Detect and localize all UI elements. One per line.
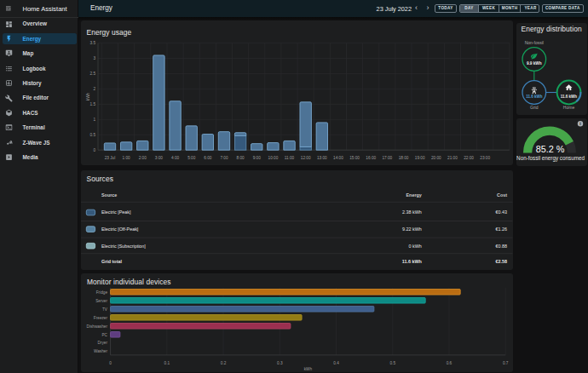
svg-text:3.5: 3.5: [89, 41, 95, 45]
svg-text:19:00: 19:00: [415, 156, 425, 160]
svg-text:€0.88: €0.88: [496, 243, 508, 248]
svg-text:6:00: 6:00: [204, 156, 212, 160]
svg-text:Electric [Off-Peak]: Electric [Off-Peak]: [101, 227, 139, 232]
svg-text:9:00: 9:00: [253, 156, 262, 160]
svg-text:Non-fossil energy consumed: Non-fossil energy consumed: [516, 155, 585, 162]
svg-text:0.2: 0.2: [221, 361, 227, 365]
svg-text:Grid total: Grid total: [101, 259, 122, 264]
svg-text:22:00: 22:00: [464, 156, 474, 160]
svg-text:18:00: 18:00: [399, 156, 409, 160]
svg-text:2.38 kWh: 2.38 kWh: [402, 209, 422, 215]
svg-text:1.5: 1.5: [89, 102, 95, 106]
svg-text:Grid: Grid: [530, 104, 539, 109]
svg-text:2: 2: [93, 87, 95, 91]
svg-text:8:00: 8:00: [237, 156, 245, 160]
svg-text:0.6: 0.6: [447, 361, 453, 365]
svg-text:3: 3: [93, 56, 95, 60]
svg-text:11:00: 11:00: [285, 156, 295, 160]
svg-text:Dishwasher: Dishwasher: [87, 324, 108, 328]
svg-text:13:00: 13:00: [317, 156, 327, 160]
svg-text:9.22 kWh: 9.22 kWh: [402, 227, 422, 232]
svg-text:12:00: 12:00: [301, 156, 311, 160]
svg-text:85.2 %: 85.2 %: [536, 143, 565, 153]
svg-text:0.5: 0.5: [389, 361, 395, 365]
svg-text:11.6 kWh: 11.6 kWh: [561, 95, 578, 99]
svg-text:0: 0: [109, 361, 112, 365]
svg-text:23:00: 23:00: [480, 156, 490, 160]
svg-text:PC: PC: [101, 332, 107, 336]
svg-text:1: 1: [93, 118, 95, 122]
svg-text:€0.43: €0.43: [496, 209, 508, 215]
svg-text:11.6 kWh: 11.6 kWh: [526, 95, 543, 99]
svg-text:17:00: 17:00: [383, 156, 393, 160]
svg-text:7:00: 7:00: [220, 156, 228, 160]
svg-text:Washer: Washer: [94, 349, 107, 353]
svg-text:kWh: kWh: [86, 92, 90, 100]
svg-text:Cost: Cost: [497, 192, 507, 198]
svg-text:0.7: 0.7: [503, 361, 509, 365]
svg-text:4:00: 4:00: [171, 156, 180, 160]
svg-text:Non-fossil: Non-fossil: [525, 40, 544, 45]
svg-text:2:00: 2:00: [139, 156, 147, 160]
svg-text:Home: Home: [563, 104, 575, 109]
svg-text:0.5: 0.5: [89, 133, 95, 137]
svg-text:21:00: 21:00: [447, 156, 458, 160]
svg-text:Dryer: Dryer: [98, 341, 108, 345]
svg-text:€2.58: €2.58: [496, 259, 508, 264]
svg-text:Freezer: Freezer: [94, 315, 108, 319]
svg-text:3:00: 3:00: [155, 156, 164, 160]
svg-text:10:00: 10:00: [268, 156, 279, 160]
svg-text:1:00: 1:00: [123, 156, 131, 160]
svg-text:0.4: 0.4: [333, 361, 339, 365]
svg-text:kWh: kWh: [304, 367, 313, 371]
svg-text:0.3: 0.3: [277, 361, 283, 365]
svg-text:9.9 kWh: 9.9 kWh: [527, 60, 542, 65]
svg-text:Energy: Energy: [406, 192, 422, 198]
svg-text:14:00: 14:00: [333, 156, 343, 160]
svg-text:5:00: 5:00: [187, 156, 196, 160]
svg-text:0.1: 0.1: [164, 361, 170, 365]
svg-text:Source: Source: [101, 192, 117, 198]
svg-text:TV: TV: [102, 307, 108, 311]
svg-text:€1.26: €1.26: [496, 227, 508, 232]
svg-text:20:00: 20:00: [431, 156, 441, 160]
svg-text:Server: Server: [95, 298, 107, 302]
svg-text:0 kWh: 0 kWh: [409, 243, 422, 248]
svg-text:Electric [Subscription]: Electric [Subscription]: [101, 243, 146, 248]
svg-text:Electric [Peak]: Electric [Peak]: [101, 209, 131, 215]
svg-text:Fridge: Fridge: [96, 290, 108, 294]
svg-text:23 Jul: 23 Jul: [105, 156, 116, 160]
svg-text:0: 0: [93, 148, 95, 152]
svg-text:15:00: 15:00: [349, 156, 360, 160]
svg-text:2.5: 2.5: [89, 72, 95, 76]
svg-text:11.6 kWh: 11.6 kWh: [402, 259, 422, 264]
svg-text:16:00: 16:00: [366, 156, 376, 160]
